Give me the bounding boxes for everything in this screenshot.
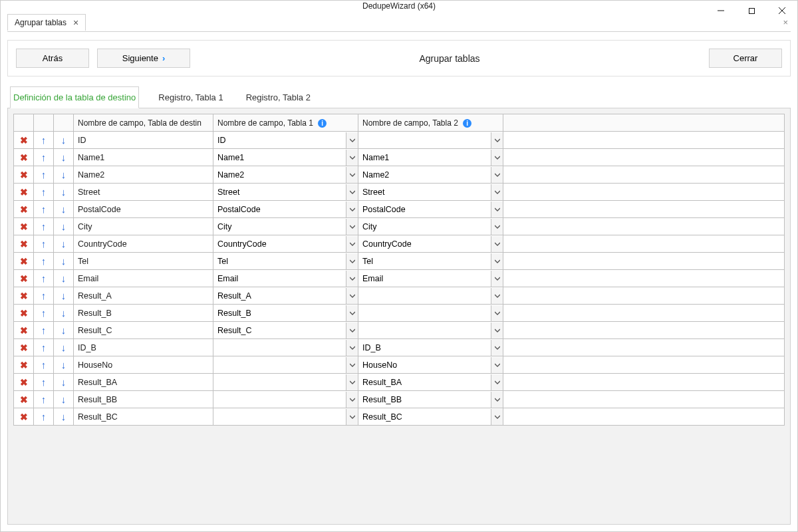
chevron-down-icon[interactable]: [346, 409, 358, 425]
field-combo-input[interactable]: [358, 236, 491, 252]
chevron-down-icon[interactable]: [346, 288, 358, 304]
field-combo[interactable]: [213, 408, 358, 425]
field-combo[interactable]: [358, 339, 503, 356]
tab-record-table1[interactable]: Registro, Tabla 1: [155, 86, 226, 108]
dest-field-cell[interactable]: HouseNo: [74, 360, 213, 370]
delete-row-button[interactable]: ✖: [14, 270, 33, 287]
field-combo[interactable]: [358, 184, 503, 200]
tab-dest-definition[interactable]: Definición de la tabla de destino: [10, 86, 139, 108]
field-combo-input[interactable]: [358, 201, 491, 217]
dest-field-cell[interactable]: Tel: [74, 257, 213, 266]
field-combo[interactable]: [213, 391, 358, 408]
field-combo[interactable]: [358, 391, 503, 408]
move-up-button[interactable]: ↑: [34, 391, 53, 408]
move-down-button[interactable]: ↓: [54, 339, 73, 356]
field-combo-input[interactable]: [213, 409, 346, 425]
field-combo-input[interactable]: [358, 409, 491, 425]
field-combo[interactable]: [358, 356, 503, 373]
move-down-button[interactable]: ↓: [54, 166, 73, 183]
move-down-button[interactable]: ↓: [54, 218, 73, 235]
delete-row-button[interactable]: ✖: [14, 322, 33, 338]
field-combo[interactable]: [213, 184, 358, 200]
dest-field-cell[interactable]: Result_C: [74, 326, 213, 335]
chevron-down-icon[interactable]: [491, 184, 503, 200]
dest-field-cell[interactable]: Name2: [74, 170, 213, 180]
close-tab-icon[interactable]: ×: [73, 17, 78, 28]
chevron-down-icon[interactable]: [346, 271, 358, 287]
delete-row-button[interactable]: ✖: [14, 166, 33, 183]
dest-field-cell[interactable]: PostalCode: [74, 205, 213, 214]
move-up-button[interactable]: ↑: [34, 166, 53, 183]
move-up-button[interactable]: ↑: [34, 253, 53, 269]
field-combo-input[interactable]: [358, 288, 491, 304]
chevron-down-icon[interactable]: [346, 167, 358, 183]
move-down-button[interactable]: ↓: [54, 184, 73, 200]
move-up-button[interactable]: ↑: [34, 305, 53, 321]
move-up-button[interactable]: ↑: [34, 132, 53, 148]
move-up-button[interactable]: ↑: [34, 270, 53, 287]
chevron-down-icon[interactable]: [491, 323, 503, 338]
dest-field-cell[interactable]: ID_B: [74, 343, 213, 352]
delete-row-button[interactable]: ✖: [14, 253, 33, 269]
move-down-button[interactable]: ↓: [54, 201, 73, 217]
move-down-button[interactable]: ↓: [54, 149, 73, 166]
chevron-down-icon[interactable]: [491, 288, 503, 304]
delete-row-button[interactable]: ✖: [14, 132, 33, 148]
field-combo[interactable]: [213, 270, 358, 287]
chevron-down-icon[interactable]: [491, 236, 503, 252]
chevron-down-icon[interactable]: [346, 305, 358, 321]
field-combo[interactable]: [358, 270, 503, 287]
chevron-down-icon[interactable]: [346, 357, 358, 373]
chevron-down-icon[interactable]: [491, 340, 503, 356]
close-button[interactable]: Cerrar: [709, 49, 782, 68]
close-all-tabs-icon[interactable]: ×: [783, 17, 788, 27]
field-combo-input[interactable]: [213, 271, 346, 287]
move-up-button[interactable]: ↑: [34, 339, 53, 356]
chevron-down-icon[interactable]: [491, 357, 503, 373]
col-header-dest[interactable]: Nombre de campo, Tabla de destin: [74, 114, 213, 132]
field-combo-input[interactable]: [213, 236, 346, 252]
field-combo[interactable]: [358, 374, 503, 390]
move-up-button[interactable]: ↑: [34, 408, 53, 425]
back-button[interactable]: Atrás: [16, 49, 89, 68]
move-up-button[interactable]: ↑: [34, 322, 53, 338]
move-up-button[interactable]: ↑: [34, 287, 53, 304]
field-combo-input[interactable]: [213, 150, 346, 166]
field-combo-input[interactable]: [213, 374, 346, 390]
field-combo[interactable]: [358, 218, 503, 235]
field-combo[interactable]: [213, 166, 358, 183]
move-up-button[interactable]: ↑: [34, 356, 53, 373]
field-combo[interactable]: [358, 166, 503, 183]
field-combo[interactable]: [358, 201, 503, 217]
outer-tab-group-tables[interactable]: Agrupar tablas ×: [7, 14, 86, 31]
chevron-down-icon[interactable]: [491, 201, 503, 217]
chevron-down-icon[interactable]: [346, 340, 358, 356]
chevron-down-icon[interactable]: [346, 236, 358, 252]
field-combo[interactable]: [358, 149, 503, 166]
chevron-down-icon[interactable]: [491, 150, 503, 166]
move-up-button[interactable]: ↑: [34, 201, 53, 217]
field-combo[interactable]: [358, 253, 503, 269]
delete-row-button[interactable]: ✖: [14, 391, 33, 408]
field-combo-input[interactable]: [358, 323, 491, 338]
delete-row-button[interactable]: ✖: [14, 339, 33, 356]
info-icon[interactable]: i: [318, 119, 327, 128]
dest-field-cell[interactable]: City: [74, 222, 213, 231]
chevron-down-icon[interactable]: [491, 167, 503, 183]
field-combo[interactable]: [358, 322, 503, 338]
delete-row-button[interactable]: ✖: [14, 287, 33, 304]
field-combo[interactable]: [213, 149, 358, 166]
chevron-down-icon[interactable]: [346, 201, 358, 217]
field-combo-input[interactable]: [213, 219, 346, 235]
delete-row-button[interactable]: ✖: [14, 408, 33, 425]
field-combo-input[interactable]: [358, 340, 491, 356]
info-icon[interactable]: i: [463, 119, 471, 128]
delete-row-button[interactable]: ✖: [14, 374, 33, 390]
move-down-button[interactable]: ↓: [54, 374, 73, 390]
field-combo-input[interactable]: [213, 201, 346, 217]
move-down-button[interactable]: ↓: [54, 132, 73, 148]
chevron-down-icon[interactable]: [491, 409, 503, 425]
field-combo[interactable]: [358, 408, 503, 425]
chevron-down-icon[interactable]: [346, 374, 358, 390]
move-down-button[interactable]: ↓: [54, 287, 73, 304]
